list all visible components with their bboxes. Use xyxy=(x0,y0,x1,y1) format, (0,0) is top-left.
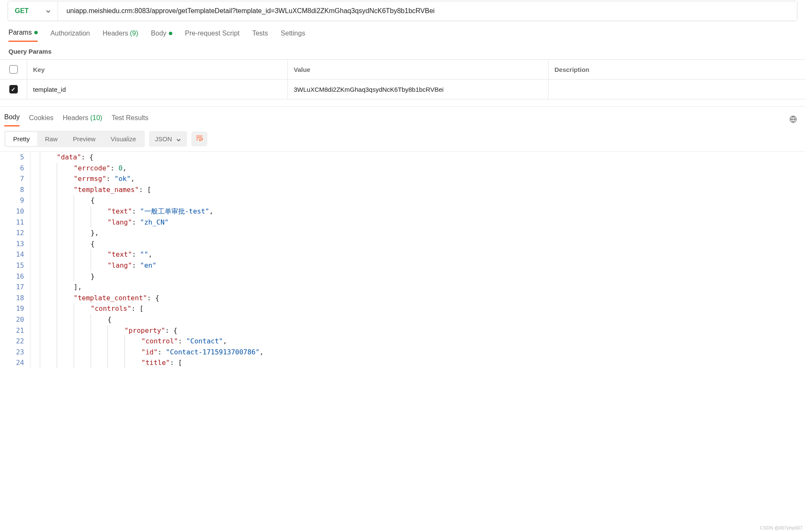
line-number: 11 xyxy=(0,217,30,228)
code-content: "errcode": 0, xyxy=(30,163,127,174)
column-description: Description xyxy=(549,60,805,79)
line-number: 8 xyxy=(0,184,30,195)
code-line: 5"data": { xyxy=(0,152,805,163)
tab-settings[interactable]: Settings xyxy=(281,29,305,42)
code-content: }, xyxy=(30,228,99,239)
tab-headers[interactable]: Headers (9) xyxy=(103,29,138,42)
param-value[interactable]: 3WLuXCM8di2ZKmGhaq3qsydNcK6Tby8b1bcRVBei xyxy=(288,80,549,99)
resp-tab-cookies[interactable]: Cookies xyxy=(29,114,53,126)
view-bar: Pretty Raw Preview Visualize JSON xyxy=(0,126,805,151)
line-number: 10 xyxy=(0,206,30,217)
code-content: "template_names": [ xyxy=(30,184,151,195)
row-check-cell[interactable] xyxy=(0,80,27,99)
tab-params[interactable]: Params xyxy=(8,29,38,42)
response-body-code[interactable]: 5"data": {6"errcode": 0,7"errmsg": "ok",… xyxy=(0,151,805,368)
line-number: 12 xyxy=(0,228,30,239)
line-number: 17 xyxy=(0,282,30,293)
code-content: "property": { xyxy=(30,325,177,336)
view-pretty[interactable]: Pretty xyxy=(6,132,37,146)
line-number: 21 xyxy=(0,325,30,336)
row-checkbox[interactable] xyxy=(9,85,18,93)
table-header-row: Key Value Description xyxy=(0,60,805,80)
code-content: "text": "", xyxy=(30,249,152,260)
code-line: 8"template_names": [ xyxy=(0,184,805,195)
line-number: 14 xyxy=(0,249,30,260)
resp-tab-headers-count: (10) xyxy=(90,114,102,121)
view-visualize[interactable]: Visualize xyxy=(103,132,144,146)
code-content: "errmsg": "ok", xyxy=(30,173,135,184)
query-params-table: Key Value Description template_id 3WLuXC… xyxy=(0,59,805,99)
code-line: 12}, xyxy=(0,228,805,239)
line-number: 6 xyxy=(0,163,30,174)
code-line: 21"property": { xyxy=(0,325,805,336)
code-content: "lang": "en" xyxy=(30,260,157,271)
code-line: 23"id": "Contact-1715913700786", xyxy=(0,347,805,358)
line-number: 5 xyxy=(0,152,30,163)
line-number: 18 xyxy=(0,293,30,304)
line-number: 20 xyxy=(0,314,30,325)
code-content: "id": "Contact-1715913700786", xyxy=(30,347,264,358)
url-input[interactable] xyxy=(58,1,797,21)
code-line: 19"controls": [ xyxy=(0,303,805,314)
param-description[interactable] xyxy=(549,80,805,99)
code-line: 11"lang": "zh_CN" xyxy=(0,217,805,228)
resp-tab-headers-label: Headers xyxy=(63,114,88,121)
tab-headers-count: (9) xyxy=(130,30,138,37)
code-content: ], xyxy=(30,282,82,293)
chevron-down-icon xyxy=(46,8,51,14)
code-line: 10"text": "一般工单审批-test", xyxy=(0,206,805,217)
param-key[interactable]: template_id xyxy=(27,80,288,99)
resp-tab-headers[interactable]: Headers (10) xyxy=(63,114,102,126)
view-preview[interactable]: Preview xyxy=(65,132,103,146)
url-bar: GET xyxy=(8,1,797,21)
tab-tests[interactable]: Tests xyxy=(252,29,268,42)
view-mode-group: Pretty Raw Preview Visualize xyxy=(4,131,145,147)
code-line: 14"text": "", xyxy=(0,249,805,260)
code-content: { xyxy=(30,239,95,250)
tab-body[interactable]: Body xyxy=(151,29,172,42)
line-number: 16 xyxy=(0,271,30,282)
resp-tab-body[interactable]: Body xyxy=(4,113,19,126)
code-content: { xyxy=(30,195,95,206)
query-params-title: Query Params xyxy=(0,42,805,59)
column-select-all[interactable] xyxy=(0,60,27,79)
line-number: 24 xyxy=(0,357,30,368)
tab-authorization[interactable]: Authorization xyxy=(50,29,90,42)
code-content: "controls": [ xyxy=(30,303,143,314)
status-dot-icon xyxy=(169,32,172,35)
line-number: 15 xyxy=(0,260,30,271)
line-number: 9 xyxy=(0,195,30,206)
globe-icon[interactable] xyxy=(789,115,797,125)
tab-body-label: Body xyxy=(151,30,166,37)
line-number: 22 xyxy=(0,336,30,347)
code-line: 18"template_content": { xyxy=(0,293,805,304)
tab-headers-label: Headers xyxy=(103,30,128,37)
line-number: 13 xyxy=(0,239,30,250)
code-content: { xyxy=(30,314,112,325)
method-select[interactable]: GET xyxy=(8,1,58,21)
code-line: 13{ xyxy=(0,239,805,250)
code-line: 6"errcode": 0, xyxy=(0,163,805,174)
code-line: 24"title": [ xyxy=(0,357,805,368)
view-raw[interactable]: Raw xyxy=(37,132,65,146)
tab-params-label: Params xyxy=(8,29,32,36)
wrap-lines-button[interactable] xyxy=(191,132,207,146)
code-line: 17], xyxy=(0,282,805,293)
format-select[interactable]: JSON xyxy=(149,131,187,147)
code-line: 7"errmsg": "ok", xyxy=(0,173,805,184)
table-row: template_id 3WLuXCM8di2ZKmGhaq3qsydNcK6T… xyxy=(0,80,805,99)
code-content: "text": "一般工单审批-test", xyxy=(30,206,213,217)
code-content: "template_content": { xyxy=(30,293,159,304)
code-line: 22"control": "Contact", xyxy=(0,336,805,347)
line-number: 23 xyxy=(0,347,30,358)
code-content: "title": [ xyxy=(30,357,182,368)
code-line: 15"lang": "en" xyxy=(0,260,805,271)
response-tabs: Body Cookies Headers (10) Test Results xyxy=(0,106,805,126)
code-content: "lang": "zh_CN" xyxy=(30,217,169,228)
tab-prerequest[interactable]: Pre-request Script xyxy=(185,29,240,42)
resp-tab-test-results[interactable]: Test Results xyxy=(112,114,149,126)
column-key: Key xyxy=(27,60,288,79)
code-line: 9{ xyxy=(0,195,805,206)
request-tabs: Params Authorization Headers (9) Body Pr… xyxy=(0,21,805,42)
select-all-checkbox[interactable] xyxy=(9,65,18,74)
